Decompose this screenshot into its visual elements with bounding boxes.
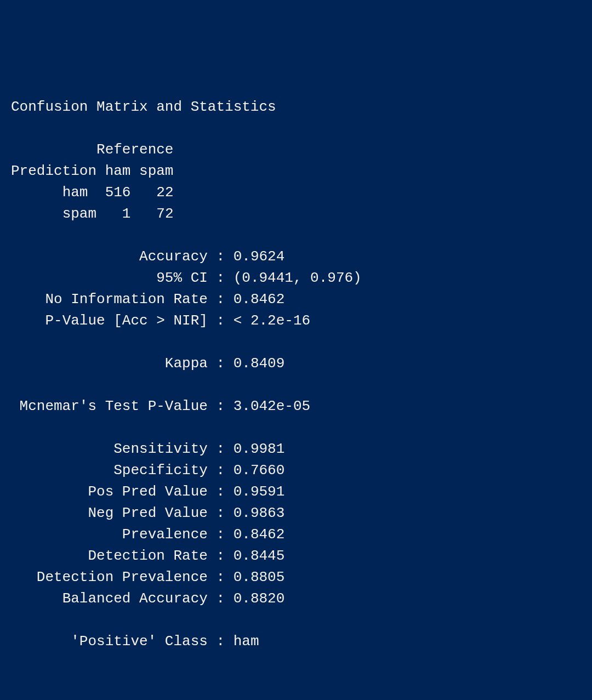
prediction-label: Prediction: [11, 163, 96, 179]
detection-rate-label: Detection Rate: [88, 548, 207, 564]
detection-prevalence-value: 0.8805: [234, 569, 285, 585]
cell-r2c1: 1: [122, 206, 131, 222]
cell-r2c2: 72: [156, 206, 173, 222]
accuracy-value: 0.9624: [234, 248, 285, 265]
row1-label: ham: [62, 184, 88, 201]
kappa-label: Kappa: [165, 355, 208, 372]
title-text: Confusion Matrix and Statistics: [11, 99, 276, 115]
ppv-label: Pos Pred Value: [88, 483, 207, 500]
npv-value: 0.9863: [234, 505, 285, 521]
accuracy-label: Accuracy: [139, 248, 208, 265]
terminal-output: Confusion Matrix and Statistics Referenc…: [11, 96, 581, 652]
mcnemar-label: Mcnemar's Test P-Value: [20, 398, 208, 414]
specificity-label: Specificity: [113, 462, 208, 479]
npv-label: Neg Pred Value: [88, 505, 207, 521]
prevalence-value: 0.8462: [234, 526, 285, 543]
sensitivity-label: Sensitivity: [113, 441, 208, 457]
col1-header: ham: [105, 163, 131, 179]
pvalue-value: < 2.2e-16: [234, 312, 310, 329]
row2-label: spam: [62, 206, 96, 222]
balanced-accuracy-value: 0.8820: [234, 590, 285, 607]
detection-prevalence-label: Detection Prevalence: [37, 569, 208, 585]
positive-class-label: 'Positive' Class: [71, 633, 208, 650]
ci-value: (0.9441, 0.976): [234, 270, 362, 286]
detection-rate-value: 0.8445: [234, 548, 285, 564]
col2-header: spam: [139, 163, 173, 179]
kappa-value: 0.8409: [234, 355, 285, 372]
ppv-value: 0.9591: [234, 483, 285, 500]
nir-value: 0.8462: [234, 291, 285, 308]
positive-class-value: ham: [234, 633, 259, 650]
specificity-value: 0.7660: [234, 462, 285, 479]
pvalue-label: P-Value [Acc > NIR]: [45, 312, 207, 329]
nir-label: No Information Rate: [45, 291, 207, 308]
sensitivity-value: 0.9981: [234, 441, 285, 457]
reference-label: Reference: [96, 141, 173, 158]
ci-label: 95% CI: [156, 270, 208, 286]
balanced-accuracy-label: Balanced Accuracy: [62, 590, 208, 607]
mcnemar-value: 3.042e-05: [234, 398, 310, 414]
cell-r1c1: 516: [105, 184, 131, 201]
prevalence-label: Prevalence: [122, 526, 208, 543]
cell-r1c2: 22: [156, 184, 173, 201]
